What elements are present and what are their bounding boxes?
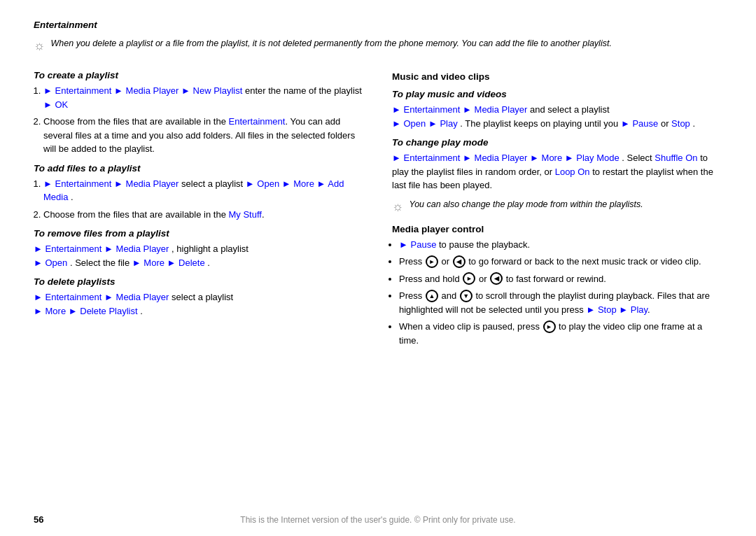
remove-files-content: ► Entertainment ► Media Player , highlig… <box>34 242 364 269</box>
arrow-19: ► <box>428 118 440 129</box>
entertainment-link-1: Entertainment <box>55 85 112 96</box>
create-playlist-title: To create a playlist <box>34 70 364 80</box>
new-playlist-link: New Playlist <box>193 85 243 96</box>
play-mode-mid: . Select <box>622 153 654 163</box>
delete-playlist-link: Delete Playlist <box>80 306 137 316</box>
remove-files-title: To remove files from a playlist <box>34 228 364 239</box>
left-column: To create a playlist ► Entertainment ► M… <box>34 63 364 353</box>
remove-mid-1: , highlight a playlist <box>172 244 248 254</box>
two-column-layout: To create a playlist ► Entertainment ► M… <box>34 63 722 353</box>
arrow-24: ► <box>399 239 408 250</box>
media-control-bullet2: Press ► or ◀ to go forward or back to th… <box>399 255 722 269</box>
or-1: or <box>661 118 671 129</box>
play-mid-1: and select a playlist <box>530 104 609 115</box>
create-playlist-list: ► Entertainment ► Media Player ► New Pla… <box>43 84 364 156</box>
period-1: . <box>71 192 74 202</box>
arrow-18: ► <box>392 118 401 129</box>
arrow-13: ► <box>104 292 116 302</box>
loop-on-link: Loop On <box>555 167 590 177</box>
right-column: Music and video clips To play music and … <box>392 63 722 353</box>
arrow-16: ► <box>392 104 401 115</box>
pause-suffix: to pause the playback. <box>439 239 530 250</box>
more-link-2: More <box>144 258 164 268</box>
media-player-link-6: Media Player <box>475 153 528 163</box>
add-files-step1: ► Entertainment ► Media Player select a … <box>43 177 364 204</box>
media-player-link-2: Media Player <box>126 178 179 189</box>
play-mode-link: Play Mode <box>576 153 619 163</box>
arrow-15: ► <box>69 306 80 316</box>
add-files-list: ► Entertainment ► Media Player select a … <box>43 177 364 222</box>
section-header: Entertainment <box>34 20 722 30</box>
more-link-3: More <box>46 306 66 316</box>
arrow-8: ► <box>34 244 43 254</box>
create-playlist-step1: ► Entertainment ► Media Player ► New Pla… <box>43 84 364 111</box>
arrow-26: ► <box>619 304 628 315</box>
play-link-1: Play <box>440 118 457 129</box>
arrow-9: ► <box>104 244 116 254</box>
tip-text-1: When you delete a playlist or a file fro… <box>51 37 612 50</box>
delete-playlists-title: To delete playlists <box>34 276 364 287</box>
open-link-2: Open <box>46 258 68 268</box>
media-player-link-5: Media Player <box>475 104 528 115</box>
play-icon: ► <box>543 320 556 333</box>
arrow-10: ► <box>34 258 43 268</box>
arrow-22: ► <box>530 153 542 163</box>
period-4: . <box>692 118 695 129</box>
step1-mid: select a playlist ► <box>181 178 257 189</box>
scroll-up-icon: ▲ <box>426 290 438 302</box>
media-control-bullet5: When a video clip is paused, press ► to … <box>399 320 722 347</box>
arrow-21: ► <box>463 153 475 163</box>
delete-playlists-content: ► Entertainment ► Media Player select a … <box>34 290 364 318</box>
change-play-content: ► Entertainment ► Media Player ► More ► … <box>392 151 722 192</box>
stop-link-2: Stop <box>598 304 617 315</box>
delete-mid-1: select a playlist <box>172 292 233 302</box>
play-mid-2: . The playlist keeps on playing until yo… <box>460 118 632 129</box>
media-control-bullet1: ► Pause to pause the playback. <box>399 238 722 252</box>
media-control-bullet4: Press ▲ and ▼ to scroll through the play… <box>399 289 722 316</box>
arrow-7: ► <box>317 178 328 189</box>
entertainment-link-2: Entertainment <box>228 116 285 127</box>
play-link-2: Play <box>631 304 648 315</box>
pause-link-2: Pause <box>411 239 437 250</box>
arrow-11: ► <box>167 258 179 268</box>
ok-link: OK <box>55 99 69 110</box>
media-player-link-1: Media Player <box>126 85 179 96</box>
entertainment-link-5: Entertainment <box>46 292 102 302</box>
add-files-title: To add files to a playlist <box>34 163 364 174</box>
shuffle-on-link: Shuffle On <box>654 153 697 163</box>
arrow-12: ► <box>34 292 43 302</box>
arrow-23: ► <box>565 153 577 163</box>
arrow-5: ► <box>114 178 126 189</box>
forward-icon-1: ► <box>426 255 438 268</box>
tip-icon-1: ☼ <box>34 38 46 53</box>
remove-mid-2: . Select the file ► <box>70 258 144 268</box>
arrow-14: ► <box>34 306 43 316</box>
arrow-2: ► <box>114 85 126 96</box>
music-clips-heading: Music and video clips <box>392 71 722 82</box>
media-control-list: ► Pause to pause the playback. Press ► o… <box>399 238 722 348</box>
scroll-down-icon: ▼ <box>460 290 472 302</box>
entertainment-link-3: Entertainment <box>55 178 112 189</box>
tip-box-1: ☼ When you delete a playlist or a file f… <box>34 37 722 53</box>
media-control-bullet3: Press and hold ► or ◀ to fast forward or… <box>399 272 722 286</box>
open-link-1: Open <box>257 178 279 189</box>
tip-text-2: You can also change the play mode from w… <box>410 198 643 211</box>
entertainment-link-4: Entertainment <box>46 244 102 254</box>
back-icon-1: ◀ <box>453 255 465 268</box>
tip-icon-2: ☼ <box>392 199 404 214</box>
entertainment-link-6: Entertainment <box>404 104 461 115</box>
tip-box-2: ☼ You can also change the play mode from… <box>392 198 722 214</box>
add-files-step2: Choose from the files that are available… <box>43 208 364 222</box>
forward-icon-2: ► <box>463 272 475 285</box>
arrow-3: ► <box>181 85 193 96</box>
stop-link-1: Stop <box>671 118 690 129</box>
create-playlist-step2: Choose from the files that are available… <box>43 115 364 156</box>
arrow-4: ► <box>43 178 52 189</box>
back-icon-2: ◀ <box>490 272 503 285</box>
pause-link-1: Pause <box>632 118 658 129</box>
more-link-1: More <box>293 178 314 189</box>
arrow-1: ► <box>43 85 52 96</box>
entertainment-link-7: Entertainment <box>404 153 461 163</box>
change-play-title: To change play mode <box>392 137 722 148</box>
play-music-content: ► Entertainment ► Media Player and selec… <box>392 103 722 130</box>
